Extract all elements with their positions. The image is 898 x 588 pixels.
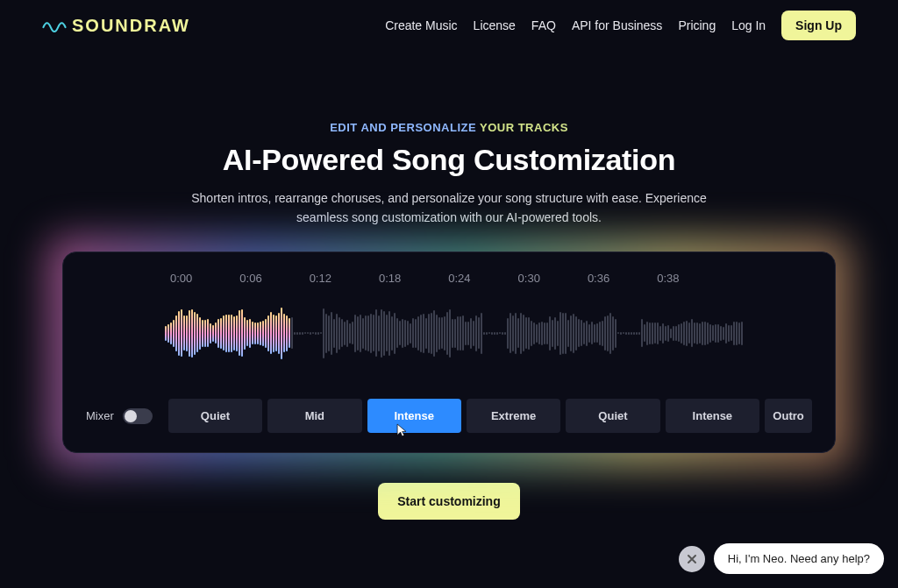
mixer-label: Mixer [86,409,114,422]
segment-outro[interactable]: Outro [765,399,812,433]
time-marker: 0:12 [310,272,331,285]
signup-button[interactable]: Sign Up [781,11,856,40]
timeline-ruler: 0:00 0:06 0:12 0:18 0:24 0:30 0:36 0:38 [86,272,812,285]
segment-extreme[interactable]: Extreme [467,399,560,433]
hero-title: AI-Powered Song Customization [35,143,863,177]
chat-close-button[interactable] [679,546,705,572]
nav-faq[interactable]: FAQ [531,18,556,32]
brand-name: SOUNDRAW [72,16,190,36]
mixer-row: Mixer Quiet Mid Intense Extreme Quiet In… [86,399,812,433]
eyebrow-part-a: EDIT AND PERSONALIZE [330,121,476,134]
hero-section: EDIT AND PERSONALIZE YOUR TRACKS AI-Powe… [0,121,898,227]
nav-login[interactable]: Log In [731,18,766,32]
close-icon [687,554,697,564]
segment-intense-2[interactable]: Intense [666,399,759,433]
editor-glow: 0:00 0:06 0:12 0:18 0:24 0:30 0:36 0:38 … [59,248,839,457]
segment-label: Intense [394,409,434,422]
segment-quiet-2[interactable]: Quiet [566,399,659,433]
time-marker: 0:36 [588,272,609,285]
nav-license[interactable]: License [474,18,516,32]
nav-api[interactable]: API for Business [572,18,663,32]
time-marker: 0:18 [379,272,401,285]
segment-buttons: Quiet Mid Intense Extreme Quiet Intense … [168,399,812,433]
time-marker: 0:24 [448,272,470,285]
brand-logo[interactable]: SOUNDRAW [42,15,190,36]
top-nav: Create Music License FAQ API for Busines… [385,11,856,40]
nav-pricing[interactable]: Pricing [678,18,716,32]
waveform-display[interactable] [165,302,812,364]
song-editor-panel: 0:00 0:06 0:12 0:18 0:24 0:30 0:36 0:38 … [62,251,836,453]
time-marker: 0:06 [239,272,261,285]
eyebrow-part-b: YOUR TRACKS [476,121,568,134]
nav-create-music[interactable]: Create Music [385,18,457,32]
mixer-toggle[interactable] [123,408,153,424]
cursor-icon [396,422,408,438]
start-customizing-button[interactable]: Start customizing [378,483,519,520]
time-marker: 0:30 [518,272,540,285]
time-marker: 0:38 [657,272,679,285]
segment-quiet[interactable]: Quiet [168,399,262,433]
segment-intense[interactable]: Intense [367,399,461,433]
time-marker: 0:00 [170,272,192,285]
hero-eyebrow: EDIT AND PERSONALIZE YOUR TRACKS [35,121,863,134]
segment-mid[interactable]: Mid [267,399,361,433]
header: SOUNDRAW Create Music License FAQ API fo… [0,0,898,51]
logo-wave-icon [42,15,67,36]
chat-message[interactable]: Hi, I'm Neo. Need any help? [714,543,884,574]
chat-widget: Hi, I'm Neo. Need any help? [679,543,884,574]
hero-subtitle: Shorten intros, rearrange choruses, and … [182,189,716,227]
